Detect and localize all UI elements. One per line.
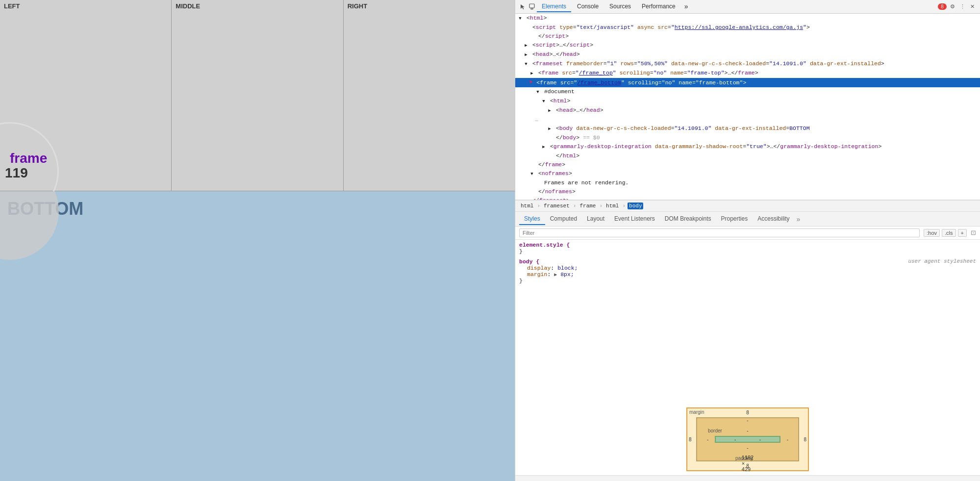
breadcrumb-frameset[interactable]: frameset <box>542 203 571 209</box>
dom-line[interactable]: #document <box>515 87 980 97</box>
dom-line[interactable]: </html> <box>515 152 980 160</box>
error-badge: 8 <box>938 3 947 10</box>
triangle-icon[interactable] <box>523 41 529 50</box>
dom-line[interactable]: <html> <box>515 14 980 23</box>
filter-box-icon[interactable]: ⊡ <box>971 229 976 237</box>
dom-line[interactable]: <head>…</head> <box>515 106 980 115</box>
border-label: border <box>708 428 722 433</box>
border-right-value[interactable]: - <box>787 437 788 442</box>
dom-line[interactable]: <noframes> <box>515 169 980 178</box>
tab-more[interactable]: » <box>681 1 691 12</box>
breadcrumb-html2[interactable]: html <box>604 203 620 209</box>
settings-icon[interactable]: ⚙ <box>949 3 956 11</box>
tab-computed[interactable]: Computed <box>545 213 582 225</box>
box-model: margin 8 8 8 8 border - - - - paddin <box>686 407 809 471</box>
tab-dom-breakpoints[interactable]: DOM Breakpoints <box>660 213 716 225</box>
margin-top-value[interactable]: 8 <box>746 410 749 415</box>
breadcrumb-bar: html › frameset › frame › html › body <box>515 200 980 212</box>
margin-triangle-icon[interactable]: ▶ <box>554 272 557 278</box>
breadcrumb-html[interactable]: html <box>519 203 535 209</box>
tab-sources[interactable]: Sources <box>604 1 636 12</box>
triangle-icon[interactable] <box>541 97 547 106</box>
cursor-icon[interactable] <box>519 3 527 11</box>
device-icon[interactable] <box>528 3 536 11</box>
filter-cls-button[interactable]: .cls <box>942 229 956 237</box>
bottom-frame-label: BOTTOM <box>0 191 515 227</box>
triangle-icon[interactable] <box>517 14 523 23</box>
padding-left-value[interactable]: - <box>734 437 736 442</box>
tab-elements[interactable]: Elements <box>537 1 571 12</box>
dom-line[interactable]: <frame src="/frame_top" scrolling="no" n… <box>515 69 980 78</box>
padding-bottom-value[interactable]: - <box>747 418 748 423</box>
main-layout: LEFT frame 119 MIDDLE RIGHT BOTTOM <box>0 0 980 481</box>
dom-line[interactable]: <html> <box>515 97 980 106</box>
border-bottom-value[interactable]: - <box>747 445 748 451</box>
triangle-icon[interactable] <box>523 50 529 59</box>
border-top-value[interactable]: - <box>747 428 748 433</box>
dom-line[interactable]: <frameset frameborder="1" rows="50%,50%"… <box>515 59 980 69</box>
css-rules-panel: element.style { } body { user agent styl… <box>515 240 980 404</box>
devtools-right-icons: 8 ⚙ ⋮ ✕ <box>938 3 976 11</box>
frame-column-left: LEFT frame 119 <box>0 0 172 191</box>
dom-line[interactable]: <script>…</script> <box>515 41 980 50</box>
breadcrumb-frame[interactable]: frame <box>578 203 597 209</box>
triangle-icon[interactable] <box>547 106 553 115</box>
triangle-icon[interactable] <box>523 59 529 69</box>
triangle-icon[interactable] <box>529 69 535 78</box>
tab-properties[interactable]: Properties <box>716 213 753 225</box>
dom-line-selected[interactable]: ➤ <frame src="/frame_bottom" scrolling="… <box>515 78 980 87</box>
dom-line[interactable]: </noframes> <box>515 187 980 196</box>
top-frame: LEFT frame 119 MIDDLE RIGHT <box>0 0 515 191</box>
margin-left-value[interactable]: 8 <box>689 437 692 442</box>
border-left-value[interactable]: - <box>707 437 708 442</box>
padding-right-value[interactable]: - <box>759 437 761 442</box>
bottom-frame: BOTTOM <box>0 191 515 481</box>
filter-input[interactable] <box>519 228 920 237</box>
svg-rect-0 <box>529 4 534 8</box>
box-padding: padding - - - - 1182 × 429 <box>715 436 780 443</box>
dom-line[interactable]: </frame> <box>515 160 980 169</box>
circle-bottom-decoration <box>0 191 59 260</box>
styles-tabs: Styles Computed Layout Event Listeners D… <box>515 212 980 227</box>
triangle-icon[interactable] <box>529 169 535 178</box>
box-model-container: margin 8 8 8 8 border - - - - paddin <box>515 404 980 475</box>
box-border: border - - - - padding - - - - <box>696 417 799 461</box>
breadcrumb-body[interactable]: body <box>628 203 643 209</box>
dom-line[interactable]: <grammarly-desktop-integration data-gram… <box>515 142 980 152</box>
triangle-icon[interactable] <box>535 87 541 97</box>
dom-line[interactable]: <body data-new-gr-c-s-check-loaded="14.1… <box>515 124 980 133</box>
css-selector-body[interactable]: body { <box>519 258 539 265</box>
close-devtools-icon[interactable]: ✕ <box>968 3 976 11</box>
frame-column-right: RIGHT <box>344 0 515 191</box>
dom-line[interactable]: </frameset> <box>515 196 980 200</box>
dom-line[interactable]: <head>…</head> <box>515 50 980 59</box>
styles-more-icon[interactable]: » <box>797 215 801 223</box>
margin-right-value[interactable]: 8 <box>804 437 806 442</box>
browser-content: LEFT frame 119 MIDDLE RIGHT BOTTOM <box>0 0 515 481</box>
dom-line[interactable]: <script type="text/javascript" async src… <box>515 23 980 32</box>
filter-add-button[interactable]: + <box>958 229 967 237</box>
dom-line[interactable]: </script> <box>515 32 980 41</box>
tab-console[interactable]: Console <box>572 1 603 12</box>
triangle-icon[interactable] <box>547 124 553 133</box>
tab-accessibility[interactable]: Accessibility <box>753 213 794 225</box>
tab-event-listeners[interactable]: Event Listeners <box>609 213 660 225</box>
frame-label: frame <box>10 151 47 166</box>
user-agent-label: user agent stylesheet <box>908 258 976 264</box>
tab-layout[interactable]: Layout <box>582 213 609 225</box>
triangle-icon[interactable] <box>541 142 547 152</box>
css-rule-body: body { user agent stylesheet display: bl… <box>519 258 976 284</box>
svg-rect-1 <box>531 8 533 9</box>
dom-line[interactable]: </body> == $0 <box>515 133 980 142</box>
tab-styles[interactable]: Styles <box>519 213 545 225</box>
more-options-icon[interactable]: ⋮ <box>958 3 966 11</box>
devtools-toolbar: Elements Console Sources Performance » 8… <box>515 0 980 14</box>
css-property-margin[interactable]: margin <box>527 271 547 278</box>
css-property-display[interactable]: display <box>527 265 551 271</box>
tab-performance[interactable]: Performance <box>637 1 680 12</box>
dom-ellipsis: … <box>515 115 980 124</box>
devtools-bottom-scrollbar[interactable] <box>515 475 980 481</box>
filter-hov-button[interactable]: :hov <box>924 229 940 237</box>
column-right-label: RIGHT <box>348 2 367 10</box>
css-selector[interactable]: element.style { <box>519 242 570 248</box>
